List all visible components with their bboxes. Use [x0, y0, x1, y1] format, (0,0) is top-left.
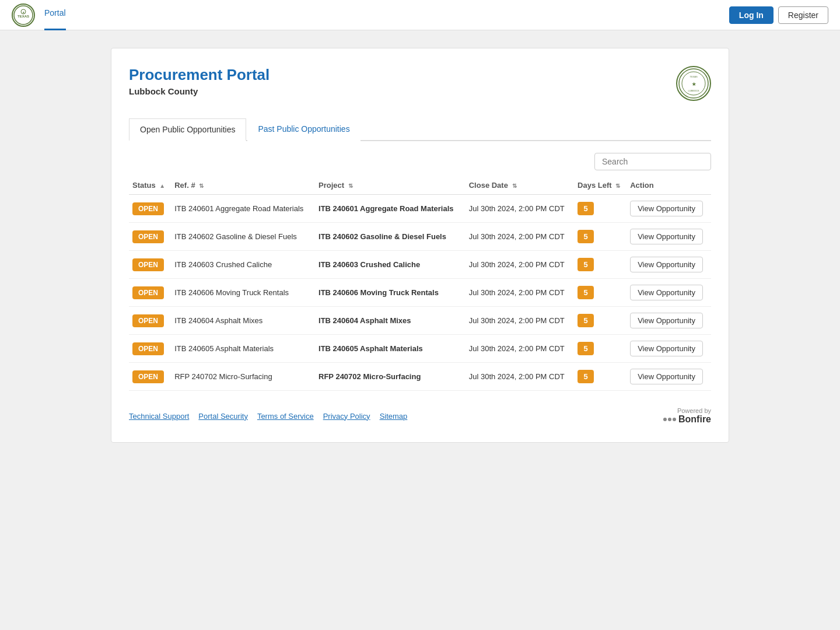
status-badge-2: OPEN [132, 258, 164, 271]
cell-days-left-6: 5 [574, 363, 626, 391]
cell-project-4: ITB 240604 Asphalt Mixes [315, 307, 466, 335]
main-container: Procurement Portal Lubbock County ★ LUBB… [111, 48, 729, 443]
cell-ref-0: ITB 240601 Aggregate Road Materials [171, 195, 315, 223]
cell-ref-5: ITB 240605 Asphalt Materials [171, 335, 315, 363]
opportunities-table: Status ▲ Ref. # ⇅ Project ⇅ Close Date ⇅… [129, 176, 711, 391]
portal-footer: Technical Support Portal Security Terms … [129, 407, 711, 425]
days-badge-1: 5 [578, 230, 594, 243]
col-days-left: Days Left ⇅ [574, 176, 626, 195]
cell-action-2: View Opportunity [626, 251, 711, 279]
table-row: OPEN ITB 240604 Asphalt Mixes ITB 240604… [129, 307, 711, 335]
cell-project-6: RFP 240702 Micro-Surfacing [315, 363, 466, 391]
col-action: Action [626, 176, 711, 195]
svg-text:LUBBOCK: LUBBOCK [688, 89, 699, 92]
cell-status-0: OPEN [129, 195, 171, 223]
portal-seal: ★ LUBBOCK TEXAS [676, 66, 711, 101]
cell-days-left-1: 5 [574, 223, 626, 251]
table-row: OPEN ITB 240601 Aggregate Road Materials… [129, 195, 711, 223]
search-input[interactable] [594, 153, 711, 170]
svg-text:TEXAS: TEXAS [18, 15, 29, 18]
cell-project-5: ITB 240605 Asphalt Materials [315, 335, 466, 363]
col-close-date: Close Date ⇅ [466, 176, 574, 195]
login-button[interactable]: Log In [729, 6, 774, 24]
footer-link-technical-support[interactable]: Technical Support [129, 412, 189, 421]
cell-action-5: View Opportunity [626, 335, 711, 363]
cell-days-left-0: 5 [574, 195, 626, 223]
cell-days-left-5: 5 [574, 335, 626, 363]
tabs: Open Public Opportunities Past Public Op… [129, 117, 711, 141]
sort-status-icon: ▲ [159, 183, 165, 189]
cell-ref-6: RFP 240702 Micro-Surfacing [171, 363, 315, 391]
register-button[interactable]: Register [778, 6, 828, 24]
cell-ref-1: ITB 240602 Gasoline & Diesel Fuels [171, 223, 315, 251]
cell-action-4: View Opportunity [626, 307, 711, 335]
footer-link-terms[interactable]: Terms of Service [257, 412, 314, 421]
sort-project-icon: ⇅ [348, 183, 353, 189]
days-badge-4: 5 [578, 314, 594, 327]
portal-subtitle: Lubbock County [129, 86, 270, 96]
table-row: OPEN ITB 240605 Asphalt Materials ITB 24… [129, 335, 711, 363]
col-status: Status ▲ [129, 176, 171, 195]
svg-text:TEXAS: TEXAS [690, 75, 697, 78]
table-header-row: Status ▲ Ref. # ⇅ Project ⇅ Close Date ⇅… [129, 176, 711, 195]
col-ref: Ref. # ⇅ [171, 176, 315, 195]
days-badge-2: 5 [578, 258, 594, 271]
tab-open-opportunities[interactable]: Open Public Opportunities [129, 118, 246, 141]
cell-close-date-2: Jul 30th 2024, 2:00 PM CDT [466, 251, 574, 279]
table-row: OPEN ITB 240606 Moving Truck Rentals ITB… [129, 279, 711, 307]
cell-project-3: ITB 240606 Moving Truck Rentals [315, 279, 466, 307]
view-opportunity-button-4[interactable]: View Opportunity [630, 313, 703, 328]
powered-by-text: Powered by [677, 407, 711, 414]
footer-link-portal-security[interactable]: Portal Security [198, 412, 248, 421]
footer-links: Technical Support Portal Security Terms … [129, 412, 407, 421]
cell-close-date-3: Jul 30th 2024, 2:00 PM CDT [466, 279, 574, 307]
top-navigation: TEXAS ★ Portal Log In Register [0, 0, 840, 30]
col-project: Project ⇅ [315, 176, 466, 195]
days-badge-0: 5 [578, 202, 594, 215]
bonfire-name: Bonfire [678, 414, 711, 425]
status-badge-6: OPEN [132, 370, 164, 383]
portal-title-group: Procurement Portal Lubbock County [129, 66, 270, 96]
cell-action-1: View Opportunity [626, 223, 711, 251]
cell-status-4: OPEN [129, 307, 171, 335]
cell-status-6: OPEN [129, 363, 171, 391]
cell-ref-3: ITB 240606 Moving Truck Rentals [171, 279, 315, 307]
cell-status-5: OPEN [129, 335, 171, 363]
portal-nav-link[interactable]: Portal [44, 0, 66, 30]
table-header: Status ▲ Ref. # ⇅ Project ⇅ Close Date ⇅… [129, 176, 711, 195]
sort-close-date-icon: ⇅ [512, 183, 517, 189]
cell-close-date-4: Jul 30th 2024, 2:00 PM CDT [466, 307, 574, 335]
view-opportunity-button-3[interactable]: View Opportunity [630, 285, 703, 300]
view-opportunity-button-0[interactable]: View Opportunity [630, 201, 703, 216]
bonfire-brand: Bonfire [663, 414, 711, 425]
cell-ref-4: ITB 240604 Asphalt Mixes [171, 307, 315, 335]
cell-close-date-6: Jul 30th 2024, 2:00 PM CDT [466, 363, 574, 391]
table-body: OPEN ITB 240601 Aggregate Road Materials… [129, 195, 711, 391]
tab-past-opportunities[interactable]: Past Public Opportunities [247, 118, 360, 141]
cell-days-left-4: 5 [574, 307, 626, 335]
cell-action-0: View Opportunity [626, 195, 711, 223]
cell-days-left-3: 5 [574, 279, 626, 307]
cell-close-date-1: Jul 30th 2024, 2:00 PM CDT [466, 223, 574, 251]
cell-action-6: View Opportunity [626, 363, 711, 391]
view-opportunity-button-1[interactable]: View Opportunity [630, 229, 703, 244]
cell-project-2: ITB 240603 Crushed Caliche [315, 251, 466, 279]
days-badge-5: 5 [578, 342, 594, 355]
cell-project-0: ITB 240601 Aggregate Road Materials [315, 195, 466, 223]
cell-action-3: View Opportunity [626, 279, 711, 307]
table-row: OPEN ITB 240603 Crushed Caliche ITB 2406… [129, 251, 711, 279]
table-row: OPEN ITB 240602 Gasoline & Diesel Fuels … [129, 223, 711, 251]
status-badge-1: OPEN [132, 230, 164, 243]
view-opportunity-button-6[interactable]: View Opportunity [630, 369, 703, 384]
cell-close-date-0: Jul 30th 2024, 2:00 PM CDT [466, 195, 574, 223]
view-opportunity-button-2[interactable]: View Opportunity [630, 257, 703, 272]
status-badge-0: OPEN [132, 202, 164, 215]
sort-days-left-icon: ⇅ [615, 183, 620, 189]
table-row: OPEN RFP 240702 Micro-Surfacing RFP 2407… [129, 363, 711, 391]
footer-link-privacy[interactable]: Privacy Policy [323, 412, 370, 421]
nav-logo: TEXAS ★ [12, 4, 35, 27]
view-opportunity-button-5[interactable]: View Opportunity [630, 341, 703, 356]
bonfire-dots-icon [663, 418, 676, 421]
status-badge-5: OPEN [132, 342, 164, 355]
footer-link-sitemap[interactable]: Sitemap [380, 412, 408, 421]
